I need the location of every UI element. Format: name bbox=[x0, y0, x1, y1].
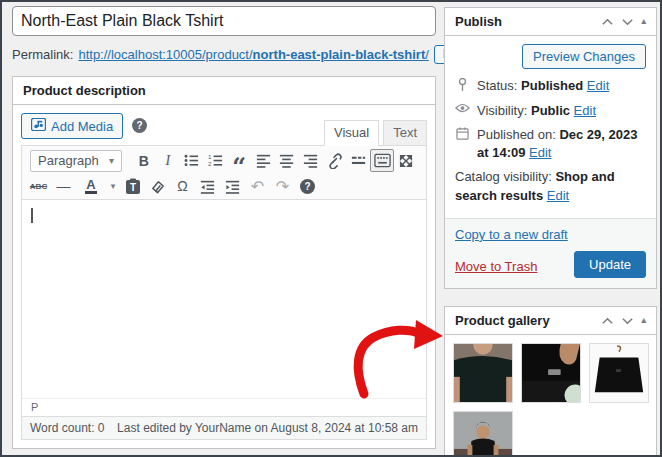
sidebar: Publish ▴ Preview Changes Status: Publis… bbox=[444, 7, 657, 457]
move-up-icon[interactable] bbox=[601, 14, 614, 29]
edit-published-link[interactable]: Edit bbox=[529, 145, 551, 160]
gallery-thumbnails bbox=[453, 343, 649, 457]
editor-element-path[interactable]: P bbox=[22, 398, 426, 416]
editor-toolbar-row2: ABC — A ▾ T Ω bbox=[22, 173, 426, 200]
product-gallery-title: Product gallery bbox=[455, 313, 550, 328]
status-row: Status: Published Edit bbox=[455, 77, 646, 95]
move-up-icon[interactable] bbox=[601, 313, 614, 328]
add-media-label: Add Media bbox=[51, 119, 113, 134]
toggle-panel-icon[interactable]: ▴ bbox=[641, 17, 646, 26]
bold-button[interactable]: B bbox=[132, 149, 156, 172]
text-color-button[interactable]: A bbox=[76, 175, 106, 198]
main-column: Permalink: http://localhost:10005/produc… bbox=[12, 6, 436, 449]
gallery-thumbnail-1[interactable] bbox=[453, 343, 513, 403]
add-media-button[interactable]: Add Media bbox=[21, 113, 123, 139]
product-description-header: Product description bbox=[13, 77, 435, 105]
word-count: Word count: 0 bbox=[30, 421, 105, 435]
bullet-list-icon[interactable] bbox=[180, 149, 204, 172]
keyboard-shortcuts-help-icon[interactable]: ? bbox=[295, 175, 320, 198]
catalog-visibility-row: Catalog visibility: Shop and search resu… bbox=[455, 168, 646, 206]
visibility-value: Public bbox=[531, 103, 570, 118]
italic-button[interactable]: I bbox=[156, 149, 180, 172]
insert-link-icon[interactable] bbox=[323, 149, 347, 172]
move-down-icon[interactable] bbox=[621, 14, 634, 29]
fullscreen-icon[interactable] bbox=[394, 149, 418, 172]
editor-content-area[interactable] bbox=[22, 200, 426, 398]
blockquote-button[interactable]: “ bbox=[227, 149, 251, 172]
toolbar-toggle-icon[interactable] bbox=[370, 149, 394, 172]
gallery-thumbnail-2[interactable] bbox=[521, 343, 581, 403]
svg-text:1: 1 bbox=[208, 153, 212, 160]
edit-visibility-link[interactable]: Edit bbox=[574, 103, 596, 118]
align-center-icon[interactable] bbox=[275, 149, 299, 172]
visual-editor: Paragraph ▾ B I 12 “ bbox=[21, 145, 427, 417]
tab-visual[interactable]: Visual bbox=[324, 120, 379, 145]
editor-status-bar: Word count: 0 Last edited by YourName on… bbox=[21, 417, 427, 440]
update-button[interactable]: Update bbox=[574, 251, 646, 278]
visibility-row: Visibility: Public Edit bbox=[455, 102, 646, 120]
product-title-input[interactable] bbox=[12, 6, 436, 36]
tab-text[interactable]: Text bbox=[383, 120, 427, 145]
last-edited-text: Last edited by YourName on August 8, 202… bbox=[117, 421, 418, 435]
move-down-icon[interactable] bbox=[621, 313, 634, 328]
calendar-icon bbox=[455, 127, 470, 140]
svg-text:2: 2 bbox=[208, 160, 212, 167]
permalink-row: Permalink: http://localhost:10005/produc… bbox=[12, 44, 436, 64]
special-character-button[interactable]: Ω bbox=[170, 175, 195, 198]
text-cursor bbox=[31, 208, 33, 223]
paste-as-text-icon[interactable]: T bbox=[120, 175, 145, 198]
numbered-list-icon[interactable]: 12 bbox=[203, 149, 227, 172]
svg-text:T: T bbox=[129, 182, 135, 193]
published-on-row: Published on: Dec 29, 2023 at 14:09 Edit bbox=[455, 126, 646, 161]
editor-help-icon[interactable]: ? bbox=[132, 118, 147, 133]
undo-icon[interactable]: ↶ bbox=[245, 175, 270, 198]
gallery-thumbnail-3[interactable] bbox=[589, 343, 649, 403]
publish-box: Publish ▴ Preview Changes Status: Publis… bbox=[444, 7, 657, 289]
toggle-panel-icon[interactable]: ▴ bbox=[641, 316, 646, 325]
align-right-icon[interactable] bbox=[299, 149, 323, 172]
clear-formatting-icon[interactable] bbox=[145, 175, 170, 198]
paragraph-format-select[interactable]: Paragraph ▾ bbox=[30, 150, 122, 172]
permalink-label: Permalink: bbox=[12, 47, 73, 62]
gallery-thumbnail-4[interactable] bbox=[453, 411, 513, 457]
redo-icon[interactable]: ↷ bbox=[270, 175, 295, 198]
media-icon bbox=[31, 118, 46, 134]
pin-status-icon bbox=[455, 78, 470, 92]
copy-to-new-draft-link[interactable]: Copy to a new draft bbox=[455, 227, 568, 242]
edit-catalog-link[interactable]: Edit bbox=[547, 188, 569, 203]
major-publishing-actions: Copy to a new draft Move to Trash Update bbox=[445, 218, 656, 288]
product-gallery-box: Product gallery ▴ bbox=[444, 306, 657, 457]
read-more-tag-icon[interactable] bbox=[347, 149, 371, 172]
product-description-box: Product description Add Media ? Visual T… bbox=[12, 76, 436, 449]
publish-box-title: Publish bbox=[455, 14, 502, 29]
permalink-url[interactable]: http://localhost:10005/product/north-eas… bbox=[78, 47, 428, 62]
status-value: Published bbox=[521, 78, 583, 93]
indent-icon[interactable] bbox=[220, 175, 245, 198]
eye-icon bbox=[455, 103, 470, 113]
horizontal-rule-button[interactable]: — bbox=[51, 175, 76, 198]
outdent-icon[interactable] bbox=[195, 175, 220, 198]
move-to-trash-link[interactable]: Move to Trash bbox=[455, 259, 537, 274]
product-description-title: Product description bbox=[23, 83, 146, 98]
text-color-dropdown-icon[interactable]: ▾ bbox=[106, 175, 120, 198]
wordpress-product-edit-screen: Permalink: http://localhost:10005/produc… bbox=[0, 0, 662, 457]
edit-status-link[interactable]: Edit bbox=[587, 78, 609, 93]
chevron-down-icon: ▾ bbox=[109, 155, 114, 166]
preview-changes-button[interactable]: Preview Changes bbox=[522, 44, 646, 69]
editor-toolbar-row1: Paragraph ▾ B I 12 “ bbox=[22, 146, 426, 173]
align-left-icon[interactable] bbox=[251, 149, 275, 172]
strikethrough-button[interactable]: ABC bbox=[26, 175, 51, 198]
